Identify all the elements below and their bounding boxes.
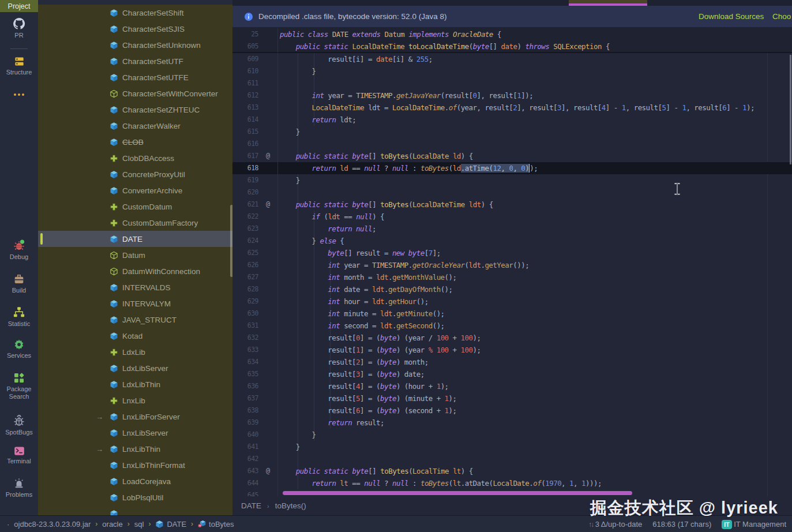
code-line[interactable]: 615} [232, 126, 792, 138]
tree-item-charactersetzhteuc[interactable]: CharacterSetZHTEUC [38, 102, 232, 118]
tree-item-ldxlibserver[interactable]: LdxLibServer [38, 360, 232, 376]
tree-item-lnxlibforserver[interactable]: → LnxLibForServer [38, 409, 232, 425]
sidebar-item-spotbugs[interactable]: SpotBugs [0, 414, 38, 436]
tree-item-datum[interactable]: Datum [38, 247, 232, 263]
tree-item-loadcorejava[interactable]: LoadCorejava [38, 473, 232, 489]
sidebar-item-services[interactable]: Services [0, 339, 38, 359]
tree-item-charactersetshift[interactable]: CharacterSetShift [38, 5, 232, 21]
line-number[interactable]: 615 [232, 126, 258, 138]
breadcrumb-item-class[interactable]: DATE [241, 501, 261, 510]
sidebar-item-terminal[interactable]: Terminal [0, 446, 38, 465]
code-line[interactable]: 613LocalDateTime ldt = LocalDateTime.of(… [232, 102, 792, 114]
tree-item-lnxlibthin[interactable]: → LnxLibThin [38, 441, 232, 457]
line-number[interactable]: 631 [232, 320, 258, 332]
vcs-status[interactable]: ↑↓ 3 Δ/up-to-date [588, 520, 642, 529]
tree-item-datumwithconnection[interactable]: DatumWithConnection [38, 263, 232, 279]
line-number[interactable]: 632 [232, 332, 258, 344]
tree-item-date[interactable]: DATE [38, 231, 232, 247]
tree-item-charactersetunknown[interactable]: CharacterSetUnknown [38, 37, 232, 53]
line-number[interactable]: 609 [232, 53, 258, 65]
code-line[interactable]: 621@public static byte[] toBytes(LocalDa… [232, 198, 792, 211]
horizontal-scrollbar[interactable] [283, 491, 632, 495]
line-number[interactable]: 640 [232, 429, 258, 441]
line-number[interactable]: 645 [232, 489, 258, 496]
code-line[interactable]: 611 [232, 77, 792, 89]
line-number[interactable]: 641 [232, 441, 258, 453]
status-path-date[interactable]: DATE [155, 520, 186, 529]
line-number[interactable]: 621 [232, 198, 258, 211]
code-line[interactable]: 624} else { [232, 235, 792, 247]
ime-indicator[interactable]: IT IT Management [722, 520, 786, 529]
tree-item-kotad[interactable]: Kotad [38, 328, 232, 344]
code-line[interactable]: 620 [232, 186, 792, 198]
tree-item-concreteproxyutil[interactable]: ConcreteProxyUtil [38, 166, 232, 182]
line-number[interactable]: 627 [232, 271, 258, 283]
line-number[interactable]: 637 [232, 392, 258, 404]
tree-item-ldxlib[interactable]: LdxLib [38, 344, 232, 360]
line-number[interactable]: 612 [232, 89, 258, 102]
tree-item-lnxlib[interactable]: LnxLib [38, 392, 232, 409]
code-line[interactable]: 633result[1] = (byte) (year % 100 + 100)… [232, 344, 792, 356]
line-number[interactable]: 626 [232, 259, 258, 271]
tree-item-clobdbaccess[interactable]: ClobDBAccess [38, 150, 232, 166]
tree-item-java_struct[interactable]: JAVA_STRUCT [38, 312, 232, 328]
line-number[interactable]: 616 [232, 138, 258, 150]
tree-item[interactable] [38, 505, 232, 515]
line-number[interactable]: 619 [232, 174, 258, 186]
code-area[interactable]: 609result[i] = date[i] & 255;610}611612i… [232, 53, 792, 496]
code-line[interactable]: 637result[5] = (byte) (minute + 1); [232, 392, 792, 404]
line-number[interactable]: 636 [232, 380, 258, 392]
code-line[interactable]: 614return ldt; [232, 114, 792, 126]
tree-item-characterwalker[interactable]: CharacterWalker [38, 118, 232, 134]
vertical-scrollbar[interactable] [790, 55, 791, 164]
status-path-ojdbc8-23-3-0-23-09-jar[interactable]: ojdbc8-23.3.0.23.09.jar [14, 520, 91, 529]
sidebar-item-package-search[interactable]: Package Search [0, 372, 38, 400]
code-line[interactable]: 644return lt == null ? null : toBytes(lt… [232, 477, 792, 489]
code-line[interactable]: 635result[3] = (byte) date; [232, 368, 792, 380]
line-number[interactable]: 611 [232, 77, 258, 89]
sidebar-item-build[interactable]: Build [0, 274, 38, 294]
line-number[interactable]: 610 [232, 65, 258, 77]
tree-item-intervalym[interactable]: INTERVALYM [38, 295, 232, 312]
project-tree-panel[interactable]: CharacterSetShift CharacterSetSJIS Chara… [38, 0, 232, 515]
tree-item-charactersetwithconverter[interactable]: CharacterSetWithConverter [38, 85, 232, 102]
code-line[interactable]: 643@public static byte[] toBytes(LocalTi… [232, 465, 792, 477]
line-number[interactable]: 617 [232, 150, 258, 162]
code-line[interactable]: 610} [232, 65, 792, 77]
tree-item-customdatum[interactable]: CustomDatum [38, 198, 232, 215]
tree-item-ldxlibthin[interactable]: LdxLibThin [38, 376, 232, 392]
code-line[interactable]: 626int year = TIMESTAMP.getOracleYear(ld… [232, 259, 792, 271]
sidebar-item-more[interactable] [0, 92, 38, 97]
code-line[interactable]: 628int date = ldt.getDayOfMonth(); [232, 283, 792, 295]
status-path-oracle[interactable]: oracle [102, 520, 122, 529]
line-number[interactable]: 614 [232, 114, 258, 126]
code-line[interactable]: 612int year = TIMESTAMP.getJavaYear(resu… [232, 89, 792, 102]
line-number[interactable]: 630 [232, 308, 258, 320]
tree-item-converterarchive[interactable]: ConverterArchive [38, 182, 232, 198]
code-line[interactable]: 629int hour = ldt.getHour(); [232, 295, 792, 308]
status-path-tobytes[interactable]: toBytes [198, 520, 234, 529]
line-number[interactable]: 623 [232, 223, 258, 235]
tree-item-charactersetsjis[interactable]: CharacterSetSJIS [38, 21, 232, 37]
tree-item-lobplsqlutil[interactable]: LobPlsqlUtil [38, 489, 232, 505]
sidebar-item-statistic[interactable]: Statistic [0, 306, 38, 328]
line-number[interactable]: 639 [232, 417, 258, 429]
choose-sources-link[interactable]: Choo [772, 6, 791, 27]
code-line[interactable]: 642 [232, 453, 792, 465]
line-number[interactable]: 622 [232, 211, 258, 223]
line-number[interactable]: 635 [232, 368, 258, 380]
code-line[interactable]: 622if (ldt == null) { [232, 211, 792, 223]
line-number[interactable]: 25 [232, 28, 258, 40]
sidebar-item-debug[interactable]: Debug [0, 239, 38, 261]
code-line[interactable]: 605public static LocalDateTime toLocalDa… [232, 40, 792, 53]
line-number[interactable]: 644 [232, 477, 258, 489]
code-line[interactable]: 632result[0] = (byte) (year / 100 + 100)… [232, 332, 792, 344]
code-line[interactable]: 616 [232, 138, 792, 150]
tree-item-clob[interactable]: CLOB [38, 134, 232, 150]
code-line[interactable]: 640} [232, 429, 792, 441]
tree-item-charactersetutfe[interactable]: CharacterSetUTFE [38, 69, 232, 85]
status-path-sql[interactable]: sql [134, 520, 144, 529]
code-line[interactable]: 625byte[] result = new byte[7]; [232, 247, 792, 259]
code-line[interactable]: 623return null; [232, 223, 792, 235]
code-line[interactable]: 639return result; [232, 417, 792, 429]
